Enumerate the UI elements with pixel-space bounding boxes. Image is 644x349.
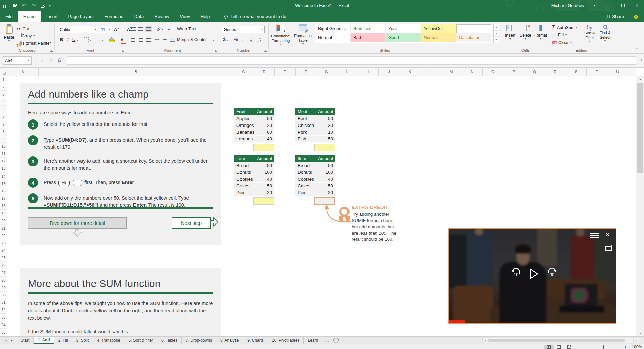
copy-button[interactable]: Copy ▾ bbox=[17, 34, 35, 38]
table-row[interactable]: Donuts100 bbox=[234, 169, 274, 176]
cell-style[interactable]: Year bbox=[386, 24, 421, 33]
sheet-tab[interactable]: Start bbox=[17, 337, 34, 344]
row-header[interactable]: 30 bbox=[0, 292, 7, 299]
tell-me-box[interactable]: Tell me what you want to do bbox=[224, 11, 286, 22]
formula-input[interactable] bbox=[67, 56, 636, 65]
column-header[interactable]: C bbox=[233, 68, 254, 76]
row-header[interactable]: 17 bbox=[0, 195, 7, 202]
ribbon-tab[interactable]: Review bbox=[149, 11, 174, 22]
sheet-tab[interactable]: 8. Analyze bbox=[216, 337, 243, 344]
row-header[interactable]: 20 bbox=[0, 217, 7, 225]
accounting-format-icon[interactable]: $ bbox=[223, 37, 226, 42]
table-row[interactable]: Oranges20 bbox=[234, 122, 274, 129]
ribbon-display-options-icon[interactable] bbox=[591, 0, 598, 11]
cell-style[interactable]: Neutral bbox=[421, 33, 456, 42]
page-layout-view-icon[interactable] bbox=[554, 345, 564, 349]
table-row[interactable]: Bread50 bbox=[295, 162, 335, 169]
select-all-icon[interactable] bbox=[0, 68, 7, 76]
scroll-down-icon[interactable]: ▼ bbox=[636, 330, 644, 336]
name-box-caret-icon[interactable]: ▾ bbox=[28, 59, 29, 62]
sheet-tab[interactable]: 1. Add bbox=[34, 337, 54, 344]
row-header[interactable]: 33 bbox=[0, 314, 7, 321]
table-row[interactable]: Donuts100 bbox=[295, 169, 335, 176]
forward-30-icon[interactable]: 30 bbox=[546, 268, 558, 280]
ribbon-tab[interactable]: Insert bbox=[41, 11, 63, 22]
ribbon-tab[interactable]: Page Layout bbox=[63, 11, 99, 22]
alignment-dialog-launcher-icon[interactable] bbox=[215, 49, 217, 52]
column-header[interactable]: H bbox=[337, 68, 358, 76]
table-row[interactable]: Chicken30 bbox=[295, 122, 335, 129]
row-header[interactable]: 7 bbox=[0, 120, 7, 128]
row-header[interactable]: 29 bbox=[0, 284, 7, 291]
horizontal-scroll-thumb[interactable] bbox=[489, 339, 625, 342]
format-as-table-button[interactable]: Format as Table▾ bbox=[292, 24, 314, 45]
cell-style[interactable]: Right Green ... bbox=[315, 24, 351, 33]
yellow-sum-cell[interactable] bbox=[253, 144, 274, 151]
column-header[interactable]: M bbox=[441, 68, 462, 76]
sheet-tab[interactable]: 9. Charts bbox=[243, 337, 268, 344]
column-header[interactable]: B bbox=[39, 68, 233, 76]
table-row[interactable]: Fish50 bbox=[295, 136, 335, 142]
row-header[interactable]: 28 bbox=[0, 277, 7, 284]
align-right-icon[interactable] bbox=[145, 36, 152, 43]
more-sheets-icon[interactable]: … bbox=[322, 337, 332, 344]
font-color-icon[interactable]: A bbox=[121, 38, 124, 42]
column-header[interactable]: I bbox=[358, 68, 379, 76]
ribbon-tab[interactable]: Data bbox=[129, 11, 149, 22]
redo-icon[interactable]: ↷ bbox=[32, 3, 36, 8]
zoom-in-icon[interactable]: + bbox=[624, 344, 627, 349]
row-header[interactable]: 12 bbox=[0, 158, 7, 165]
column-header[interactable]: U bbox=[607, 68, 628, 76]
column-header[interactable]: J bbox=[379, 68, 399, 76]
row-header[interactable]: 9 bbox=[0, 135, 7, 143]
row-header[interactable]: 32 bbox=[0, 306, 7, 314]
formula-bar-grip[interactable]: ⋮ bbox=[34, 58, 38, 62]
merge-center-button[interactable]: Merge & Center bbox=[177, 37, 207, 42]
column-header[interactable]: R bbox=[545, 68, 566, 76]
sheet-tab[interactable]: 4. Transpose bbox=[93, 337, 124, 344]
new-sheet-button[interactable]: + bbox=[333, 337, 339, 344]
table-row[interactable]: Apples50 bbox=[234, 115, 274, 122]
sheet-tab[interactable]: 5. Sort & filter bbox=[124, 337, 157, 344]
table-row[interactable]: Cookies40 bbox=[234, 176, 274, 183]
row-header[interactable]: 35 bbox=[0, 329, 7, 336]
scroll-right-icon[interactable]: ▸ bbox=[633, 338, 639, 343]
autosum-button[interactable]: ΣAutoSum ▾ bbox=[552, 25, 577, 30]
cell-style[interactable]: Start Text bbox=[351, 24, 386, 33]
scroll-left-icon[interactable]: ◂ bbox=[482, 338, 488, 343]
row-header[interactable]: 15 bbox=[0, 180, 7, 187]
cell-style[interactable]: YellowCell bbox=[421, 24, 456, 33]
video-menu-icon[interactable] bbox=[590, 233, 599, 238]
table-row[interactable]: Cakes50 bbox=[295, 183, 335, 189]
table-row[interactable]: Cookies40 bbox=[295, 176, 335, 183]
paste-button[interactable]: Paste ▾ bbox=[3, 25, 15, 42]
column-header[interactable]: N bbox=[462, 68, 483, 76]
wrap-text-button[interactable]: Wrap Text bbox=[177, 27, 196, 31]
worksheet[interactable]: 1234567891011121314151617181920212223242… bbox=[0, 76, 636, 336]
play-icon[interactable] bbox=[530, 268, 538, 279]
zoom-slider-handle[interactable] bbox=[603, 345, 604, 349]
page-break-view-icon[interactable] bbox=[565, 345, 574, 349]
column-header[interactable]: A bbox=[7, 68, 39, 76]
tabbar-grip[interactable]: ⋮ bbox=[339, 337, 349, 344]
row-header[interactable]: 11 bbox=[0, 150, 7, 158]
rewind-10-icon[interactable]: 10 bbox=[510, 268, 522, 280]
ribbon-tab[interactable]: Help bbox=[195, 11, 215, 22]
column-header[interactable]: O bbox=[483, 68, 503, 76]
row-header[interactable]: 25 bbox=[0, 254, 7, 262]
number-dialog-launcher-icon[interactable] bbox=[264, 49, 267, 52]
row-header[interactable]: 16 bbox=[0, 187, 7, 195]
video-progress-bar[interactable] bbox=[449, 320, 465, 323]
underline-caret-icon[interactable]: ▾ bbox=[77, 39, 78, 42]
save-icon[interactable] bbox=[13, 4, 17, 7]
align-left-icon[interactable] bbox=[129, 36, 137, 43]
cancel-icon[interactable]: × bbox=[41, 58, 44, 63]
minimize-icon[interactable]: – bbox=[605, 0, 612, 11]
cut-button[interactable]: ✂Cut bbox=[17, 26, 29, 31]
cell-style[interactable] bbox=[456, 24, 491, 33]
scroll-up-icon[interactable]: ▲ bbox=[636, 76, 644, 82]
cell-style[interactable]: Normal bbox=[315, 33, 351, 42]
horizontal-scrollbar[interactable]: ◂ ▸ bbox=[482, 338, 639, 343]
cell-style[interactable]: Good bbox=[386, 33, 421, 42]
cell-style[interactable]: Bad bbox=[351, 33, 386, 42]
